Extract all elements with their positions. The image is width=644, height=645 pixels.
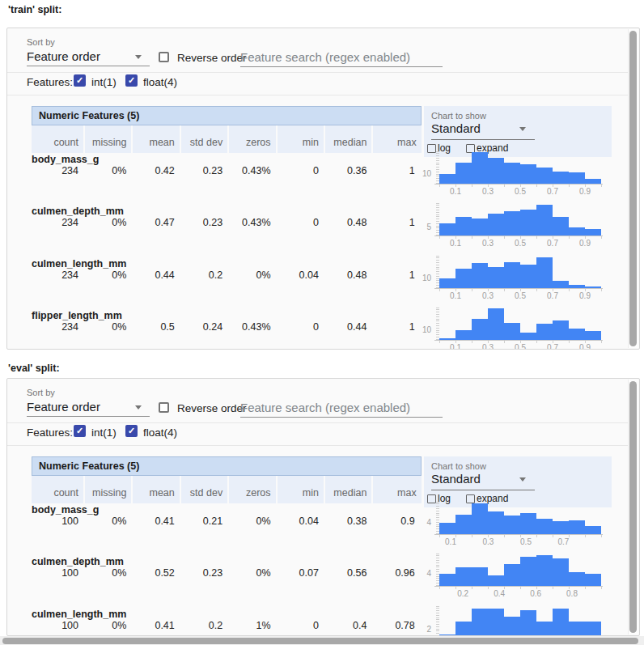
svg-text:0.6: 0.6 <box>530 589 541 598</box>
svg-text:0.5: 0.5 <box>515 343 526 350</box>
svg-text:10: 10 <box>422 274 432 282</box>
histogram-chart: 100.10.30.50.70.9 <box>420 306 610 350</box>
feature-stats: 1000%0.410.21%00.40.78 <box>32 620 422 631</box>
features-label: Features: <box>27 426 73 439</box>
stat-value: 234 <box>32 269 85 281</box>
stat-value: 234 <box>32 217 85 228</box>
stat-value: 1 <box>373 217 421 228</box>
stat-value: 0.07 <box>278 567 325 579</box>
stat-value: 0.04 <box>278 516 325 527</box>
table-row: culmen_length_mm2340%0.440.20%0.040.4811… <box>32 259 614 311</box>
svg-text:0.3: 0.3 <box>482 187 494 196</box>
feature-stats: 1000%0.410.210%0.040.380.9 <box>32 516 422 527</box>
sort-by-label: Sort by <box>27 37 55 47</box>
stat-value: 0% <box>85 620 133 631</box>
svg-text:0.7: 0.7 <box>557 537 569 546</box>
stat-value: 0% <box>85 269 133 281</box>
stat-value: 0.41 <box>133 620 180 631</box>
sort-by-underline <box>27 416 150 417</box>
table-row: body_mass_g1000%0.410.210%0.040.380.940.… <box>32 505 614 557</box>
stat-value: 0 <box>278 165 325 176</box>
vertical-scrollbar[interactable] <box>629 31 637 346</box>
svg-text:10: 10 <box>422 169 432 178</box>
feature-stats: 2340%0.420.230.43%00.361 <box>32 165 422 176</box>
svg-text:0.3: 0.3 <box>482 239 494 248</box>
histogram-chart: 40.20.40.60.8 <box>420 552 610 599</box>
reverse-order-checkbox[interactable] <box>159 52 169 62</box>
stat-value: 0.5 <box>133 321 180 333</box>
feature-search-input[interactable] <box>240 398 443 418</box>
svg-text:10: 10 <box>422 325 432 334</box>
reverse-order-checkbox[interactable] <box>159 402 169 413</box>
divider <box>7 422 628 423</box>
column-header: max <box>373 476 421 503</box>
filter-int-checkbox[interactable] <box>74 425 86 437</box>
vertical-scrollbar[interactable] <box>629 381 637 633</box>
svg-text:0.9: 0.9 <box>579 343 591 350</box>
svg-text:0.3: 0.3 <box>482 291 494 300</box>
svg-text:0.8: 0.8 <box>566 589 578 598</box>
svg-text:0.3: 0.3 <box>482 537 494 546</box>
svg-text:0.5: 0.5 <box>515 187 526 196</box>
svg-text:0.1: 0.1 <box>445 537 456 546</box>
stat-value: 0.78 <box>373 620 421 631</box>
horizontal-scrollbar-track[interactable] <box>0 636 644 645</box>
stat-value: 0.2 <box>181 620 229 631</box>
svg-text:0.1: 0.1 <box>450 291 461 300</box>
feature-name: culmen_length_mm <box>32 258 126 269</box>
column-header: max <box>373 125 421 153</box>
feature-name: culmen_length_mm <box>32 609 126 620</box>
column-header: min <box>278 125 325 153</box>
stat-value: 0.21 <box>181 516 229 527</box>
stat-value: 0.23 <box>181 217 229 228</box>
vertical-scrollbar-track[interactable] <box>628 29 638 348</box>
chart-to-show-label: Chart to show <box>431 111 486 121</box>
stat-value: 100 <box>32 567 85 579</box>
stat-value: 0.24 <box>181 321 229 333</box>
filter-float-checkbox[interactable] <box>125 425 138 437</box>
reverse-order-label: Reverse order <box>177 402 247 414</box>
stat-value: 0.43% <box>229 165 277 176</box>
stat-value: 0.44 <box>325 321 373 333</box>
filter-int-checkbox[interactable] <box>74 74 86 87</box>
filter-int-label: int(1) <box>91 76 117 88</box>
chevron-down-icon[interactable] <box>519 127 526 131</box>
svg-text:0.1: 0.1 <box>450 343 461 350</box>
chart-type-dropdown[interactable]: Standard <box>431 472 481 486</box>
feature-search-input[interactable] <box>240 48 443 67</box>
column-header: zeros <box>229 125 277 153</box>
svg-text:0.2: 0.2 <box>457 589 468 598</box>
chevron-down-icon[interactable] <box>519 477 526 482</box>
chart-type-dropdown[interactable]: Standard <box>431 121 481 135</box>
filter-float-checkbox[interactable] <box>125 74 138 87</box>
column-header: zeros <box>229 476 277 503</box>
stat-value: 0% <box>85 516 133 527</box>
svg-text:0.7: 0.7 <box>547 291 558 300</box>
stat-value: 0.48 <box>325 217 373 228</box>
table-row: flipper_length_mm2340%0.50.240.43%00.441… <box>32 311 614 350</box>
stat-value: 0.23 <box>181 165 229 176</box>
stat-value: 0.23 <box>181 567 229 579</box>
feature-name: body_mass_g <box>32 504 99 516</box>
histogram-chart: 100.10.30.50.70.9 <box>420 150 610 197</box>
svg-text:4: 4 <box>426 518 431 527</box>
stat-value: 1 <box>373 321 421 333</box>
vertical-scrollbar-track[interactable] <box>628 380 638 634</box>
stat-value: 0.48 <box>325 269 373 281</box>
sort-by-dropdown[interactable]: Feature order <box>27 400 100 414</box>
chevron-down-icon[interactable] <box>135 55 142 59</box>
sort-by-dropdown[interactable]: Feature order <box>27 49 100 63</box>
stat-value: 0.2 <box>181 269 229 281</box>
chart-type-underline <box>431 139 535 140</box>
stat-value: 0.42 <box>133 165 180 176</box>
numeric-features-header: Numeric Features (5) <box>32 106 422 125</box>
feature-stats: 1000%0.520.230%0.070.560.96 <box>32 567 422 579</box>
column-header: mean <box>133 476 180 503</box>
stat-value: 0% <box>85 321 133 333</box>
stat-value: 100 <box>32 620 85 631</box>
svg-text:0.7: 0.7 <box>547 239 558 248</box>
horizontal-scrollbar[interactable] <box>2 638 638 644</box>
svg-text:0.5: 0.5 <box>515 291 526 300</box>
column-header: mean <box>133 125 180 153</box>
chevron-down-icon[interactable] <box>135 405 142 409</box>
